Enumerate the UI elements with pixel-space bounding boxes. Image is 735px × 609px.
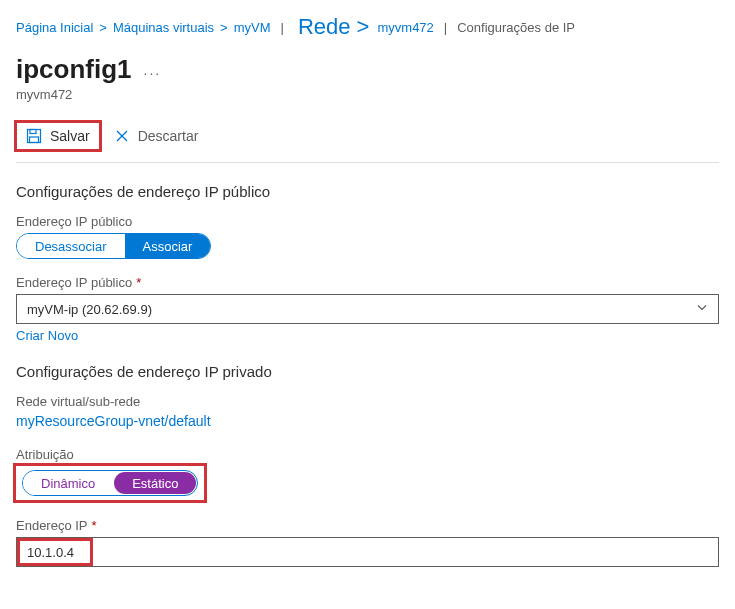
private-ip-section: Configurações de endereço IP privado Red… (16, 363, 719, 567)
public-ip-heading: Configurações de endereço IP público (16, 183, 719, 200)
discard-label: Descartar (138, 128, 199, 144)
toolbar: Salvar Descartar (16, 122, 719, 163)
assignment-highlight-box: Dinâmico Estático (16, 466, 204, 500)
public-ip-section: Configurações de endereço IP público End… (16, 183, 719, 343)
public-ip-select-value: myVM-ip (20.62.69.9) (27, 302, 152, 317)
save-icon (26, 128, 42, 144)
assignment-label: Atribuição (16, 447, 719, 462)
discard-button[interactable]: Descartar (104, 122, 209, 150)
assignment-toggle: Dinâmico Estático (22, 470, 198, 496)
breadcrumb-home[interactable]: Página Inicial (16, 20, 93, 35)
associate-toggle: Desassociar Associar (16, 233, 211, 259)
ip-address-input[interactable] (27, 545, 708, 560)
disassociate-option[interactable]: Desassociar (17, 234, 125, 258)
chevron-down-icon (696, 302, 708, 317)
breadcrumb-separator: > (220, 20, 228, 35)
breadcrumb-separator: > (99, 20, 107, 35)
breadcrumb-vm-name[interactable]: myVM (234, 20, 271, 35)
required-indicator: * (92, 518, 97, 533)
breadcrumb: Página Inicial > Máquinas virtuais > myV… (16, 8, 719, 46)
breadcrumb-pipe: | (281, 20, 284, 35)
vnet-subnet-value[interactable]: myResourceGroup-vnet/default (16, 413, 719, 429)
public-ip-select-label: Endereço IP público* (16, 275, 719, 290)
breadcrumb-nic[interactable]: myvm472 (377, 20, 433, 35)
public-ip-select[interactable]: myVM-ip (20.62.69.9) (16, 294, 719, 324)
vnet-subnet-label: Rede virtual/sub-rede (16, 394, 719, 409)
svg-rect-2 (30, 137, 39, 143)
breadcrumb-current: Configurações de IP (457, 20, 575, 35)
private-ip-heading: Configurações de endereço IP privado (16, 363, 719, 380)
static-option[interactable]: Estático (114, 472, 196, 494)
public-ip-address-label: Endereço IP público (16, 214, 719, 229)
save-button[interactable]: Salvar (16, 122, 100, 150)
page-title: ipconfig1 (16, 54, 132, 85)
breadcrumb-network-highlight[interactable]: Rede > (294, 14, 374, 40)
create-new-link[interactable]: Criar Novo (16, 328, 78, 343)
ip-address-label: Endereço IP* (16, 518, 719, 533)
more-options-button[interactable]: ··· (144, 65, 162, 81)
svg-rect-1 (30, 130, 36, 134)
breadcrumb-pipe: | (444, 20, 447, 35)
ip-address-input-wrap (16, 537, 719, 567)
dynamic-option[interactable]: Dinâmico (23, 471, 113, 495)
save-label: Salvar (50, 128, 90, 144)
close-icon (114, 128, 130, 144)
page-subtitle: myvm472 (16, 87, 719, 102)
associate-option[interactable]: Associar (125, 234, 211, 258)
breadcrumb-vms[interactable]: Máquinas virtuais (113, 20, 214, 35)
required-indicator: * (136, 275, 141, 290)
